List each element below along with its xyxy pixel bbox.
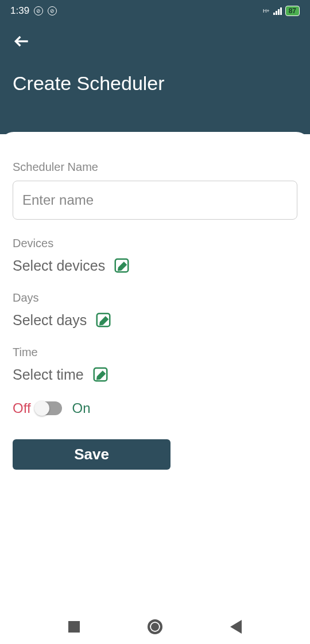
days-section: Days Select days: [13, 291, 297, 329]
page-title: Create Scheduler: [13, 72, 297, 95]
form-content: Scheduler Name Devices Select devices Da…: [0, 132, 310, 470]
edit-icon: [92, 366, 109, 383]
on-off-toggle[interactable]: [36, 401, 62, 415]
name-label: Scheduler Name: [13, 161, 297, 174]
battery-icon: 87: [285, 6, 300, 16]
on-label: On: [72, 400, 91, 416]
dnd-icon: ⊘: [34, 6, 43, 15]
home-button[interactable]: [148, 619, 162, 634]
days-select-row[interactable]: Select days: [13, 311, 297, 329]
status-right: H+ 87: [263, 6, 300, 16]
network-type-icon: H+: [263, 8, 270, 14]
arrow-left-icon: [13, 32, 31, 50]
system-nav-bar: [0, 610, 310, 644]
devices-select-row[interactable]: Select devices: [13, 257, 297, 274]
app-header: Create Scheduler: [0, 22, 310, 134]
status-left: 1:39 ⊘ ⊘: [10, 5, 57, 17]
time-select-row[interactable]: Select time: [13, 366, 297, 383]
time-section: Time Select time: [13, 346, 297, 383]
signal-icon: [273, 7, 282, 15]
dnd-icon-2: ⊘: [48, 6, 57, 15]
devices-section: Devices Select devices: [13, 237, 297, 274]
back-button[interactable]: [13, 32, 297, 55]
status-time: 1:39: [10, 5, 29, 17]
time-select-text: Select time: [13, 366, 84, 383]
save-button[interactable]: Save: [13, 439, 170, 470]
status-bar: 1:39 ⊘ ⊘ H+ 87: [0, 0, 310, 22]
devices-label: Devices: [13, 237, 297, 250]
name-section: Scheduler Name: [13, 161, 297, 220]
toggle-row: Off On: [13, 400, 297, 416]
devices-select-text: Select devices: [13, 257, 105, 274]
toggle-knob: [34, 401, 49, 416]
recent-apps-button[interactable]: [68, 621, 80, 633]
scheduler-name-input[interactable]: [13, 181, 297, 220]
edit-icon: [95, 311, 112, 329]
back-nav-button[interactable]: [230, 620, 242, 634]
time-label: Time: [13, 346, 297, 359]
edit-icon: [113, 257, 130, 274]
off-label: Off: [13, 400, 31, 416]
days-label: Days: [13, 291, 297, 305]
days-select-text: Select days: [13, 312, 87, 329]
